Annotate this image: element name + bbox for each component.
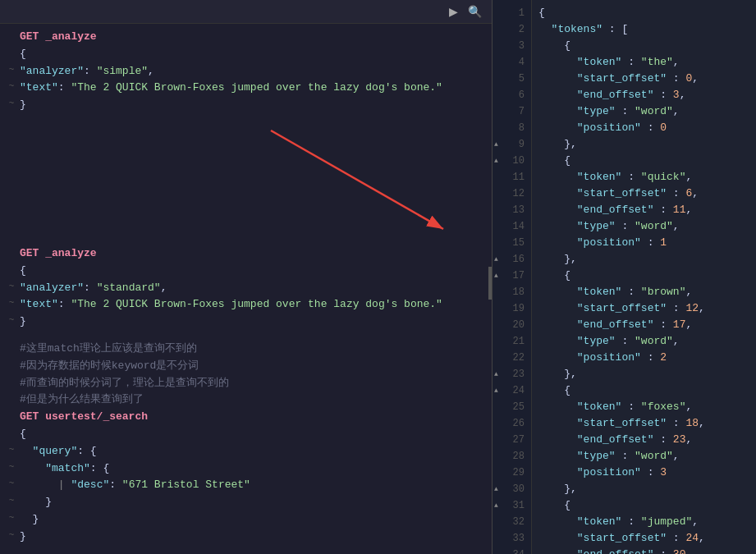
line-prefix: ~ [7, 280, 16, 295]
json-line: "end_offset" : 23, [538, 432, 749, 448]
line-number: 7 [493, 103, 531, 120]
code-content: "text": "The 2 QUICK Brown-Foxes jumped … [20, 80, 485, 97]
code-keyword: GET _analyze [20, 29, 485, 46]
code-line: { [0, 426, 492, 443]
svg-line-1 [271, 130, 443, 229]
json-line: }, [538, 251, 749, 268]
code-content: "query": { [20, 443, 485, 460]
line-number: 28 [493, 448, 531, 465]
code-punct: } [20, 529, 485, 546]
line-number: 22 [493, 350, 531, 366]
json-line: "position" : 1 [538, 235, 749, 251]
line-prefix: ~ [7, 97, 16, 112]
line-number: 17 [493, 268, 531, 284]
json-line: "start_offset" : 6, [538, 185, 749, 202]
line-number: 25 [493, 399, 531, 415]
line-number: 21 [493, 333, 531, 350]
resize-handle[interactable] [488, 267, 492, 300]
code-line: #因为存数据的时候keyword是不分词 [0, 358, 492, 375]
json-line: "end_offset" : 30, [538, 547, 749, 554]
line-prefix: ~ [7, 443, 16, 458]
line-number: 1 [493, 5, 531, 21]
run-button[interactable]: ▶ [446, 3, 461, 20]
code-line: GET usertest/_search [0, 409, 492, 426]
code-line: ~ "analyzer": "standard", [0, 280, 492, 297]
json-line: }, [538, 366, 749, 382]
code-line: ~ "analyzer": "simple", [0, 63, 492, 80]
line-number: 10 [493, 153, 531, 169]
json-line: "start_offset" : 0, [538, 71, 749, 87]
json-line: "type" : "word", [538, 448, 749, 465]
search-button[interactable]: 🔍 [465, 3, 485, 20]
line-number: 26 [493, 415, 531, 432]
code-content: "analyzer": "standard", [20, 280, 485, 297]
json-line: { [538, 38, 749, 54]
line-number: 20 [493, 317, 531, 333]
line-prefix: ~ [7, 511, 16, 526]
line-number: 16 [493, 251, 531, 268]
line-prefix: ~ [7, 296, 16, 311]
line-number: 5 [493, 71, 531, 87]
json-line: { [538, 5, 749, 21]
code-line: ~ "text": "The 2 QUICK Brown-Foxes jumpe… [0, 296, 492, 314]
line-number: 27 [493, 432, 531, 448]
json-line: "start_offset" : 12, [538, 300, 749, 317]
line-number: 33 [493, 530, 531, 547]
line-number: 8 [493, 120, 531, 136]
line-number: 3 [493, 38, 531, 54]
json-line: "position" : 0 [538, 120, 749, 136]
code-line: #而查询的时候分词了，理论上是查询不到的 [0, 375, 492, 392]
json-line: { [538, 382, 749, 399]
code-punct: } [20, 314, 485, 331]
line-number: 18 [493, 284, 531, 300]
code-line: ~ "match": { [0, 460, 492, 478]
json-line: "token" : "quick", [538, 169, 749, 185]
code-line: ~ } [0, 529, 492, 546]
line-prefix: ~ [7, 314, 16, 328]
code-punct: { [20, 263, 485, 280]
code-punct: } [20, 97, 485, 114]
arrow-region [0, 114, 492, 245]
code-content: | "desc": "671 Bristol Street" [20, 477, 485, 494]
code-line: GET _analyze [0, 29, 492, 46]
json-line: }, [538, 481, 749, 497]
code-comment: #因为存数据的时候keyword是不分词 [20, 358, 485, 375]
json-line: "tokens" : [ [538, 21, 749, 38]
code-line: ~ "text": "The 2 QUICK Brown-Foxes jumpe… [0, 80, 492, 97]
code-punct: } [20, 494, 485, 511]
json-line: "type" : "word", [538, 333, 749, 350]
code-keyword: GET usertest/_search [20, 409, 485, 426]
code-keyword: GET _analyze [20, 245, 485, 263]
json-line: "start_offset" : 18, [538, 415, 749, 432]
code-content: "match": { [20, 460, 485, 478]
code-line: ~ "query": { [0, 443, 492, 460]
code-line: #但是为什么结果查询到了 [0, 391, 492, 409]
line-prefix: ~ [7, 460, 16, 475]
json-line: "token" : "foxes", [538, 399, 749, 415]
line-number: 23 [493, 366, 531, 382]
json-line: "start_offset" : 24, [538, 530, 749, 547]
line-number: 30 [493, 481, 531, 497]
code-punct: { [20, 46, 485, 63]
line-number: 34 [493, 547, 531, 554]
line-number: 12 [493, 185, 531, 202]
line-numbers: 1 2 3 4 5 6 7 8 9 10 11 12 13 14 15 16 1… [493, 0, 532, 554]
code-line: ~ } [0, 97, 492, 114]
code-comment: #而查询的时候分词了，理论上是查询不到的 [20, 375, 485, 392]
json-line: "type" : "word", [538, 103, 749, 120]
line-number: 9 [493, 136, 531, 153]
json-line: }, [538, 136, 749, 153]
code-line: { [0, 263, 492, 280]
json-line: "position" : 2 [538, 350, 749, 366]
code-content: "text": "The 2 QUICK Brown-Foxes jumped … [20, 296, 485, 314]
json-content: { "tokens" : [ { "token" : "the", "start… [532, 0, 756, 554]
code-area: GET _analyze { ~ "analyzer": "simple", ~… [0, 24, 492, 554]
line-prefix: ~ [7, 80, 16, 94]
code-line: GET _analyze [0, 245, 492, 263]
line-number: 14 [493, 218, 531, 235]
line-number: 31 [493, 497, 531, 514]
line-number: 6 [493, 87, 531, 103]
json-line: { [538, 153, 749, 169]
json-line: "end_offset" : 17, [538, 317, 749, 333]
line-prefix: ~ [7, 529, 16, 543]
